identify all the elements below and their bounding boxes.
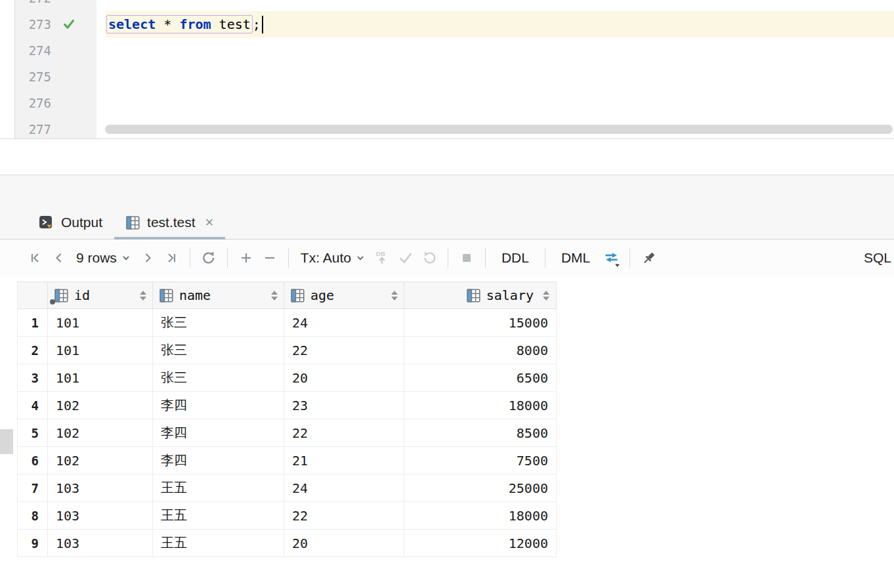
row-number[interactable]: 7 [18, 474, 48, 501]
delete-row-button[interactable] [258, 246, 282, 270]
gutter-line: 273 [15, 11, 96, 37]
dml-button[interactable]: DML [552, 250, 599, 266]
ddl-label: DDL [501, 250, 529, 266]
row-number[interactable]: 2 [18, 337, 48, 364]
column-header-id[interactable]: id [48, 282, 153, 308]
cell-id[interactable]: 101 [48, 309, 153, 336]
table-row[interactable]: 4102李四2318000 [18, 392, 557, 419]
row-number[interactable]: 5 [18, 419, 48, 446]
result-toolwindow: Output test.test× 9 rows [0, 175, 894, 557]
cell-salary[interactable]: 25000 [404, 474, 557, 501]
ddl-button[interactable]: DDL [492, 250, 538, 266]
editor-content[interactable]: select * from test; [97, 0, 894, 138]
table-row[interactable]: 2101张三228000 [18, 337, 557, 364]
horizontal-scrollbar[interactable] [105, 125, 893, 134]
code-token: test [219, 16, 251, 32]
cell-id[interactable]: 103 [48, 502, 153, 529]
splitter-handle[interactable] [0, 429, 13, 454]
sort-toggle-icon[interactable] [391, 291, 398, 301]
column-header-age[interactable]: age [284, 282, 404, 308]
editor-gutter: 272273274275276277 [15, 0, 96, 138]
row-number[interactable]: 4 [18, 392, 48, 419]
table-row[interactable]: 9103王五2012000 [18, 530, 557, 557]
row-number[interactable]: 1 [18, 309, 48, 336]
statement-terminator: ; [253, 16, 261, 32]
cell-name[interactable]: 张三 [153, 309, 284, 336]
previous-page-button[interactable] [47, 246, 71, 270]
cell-salary[interactable]: 7500 [404, 447, 557, 474]
pin-icon[interactable] [637, 246, 660, 270]
column-header-salary[interactable]: salary [404, 282, 557, 308]
editor-active-line: select * from test; [105, 11, 894, 37]
add-row-button[interactable] [234, 246, 258, 270]
gutter-spacer [59, 43, 79, 58]
cell-age[interactable]: 24 [284, 474, 404, 501]
cell-age[interactable]: 22 [284, 337, 404, 364]
row-number[interactable]: 9 [18, 530, 48, 556]
toolbar-separator [288, 248, 289, 268]
cell-age[interactable]: 24 [284, 309, 404, 336]
table-row[interactable]: 6102李四217500 [18, 447, 557, 474]
next-page-button[interactable] [136, 246, 160, 270]
cell-id[interactable]: 102 [48, 419, 153, 446]
gutter-line: 275 [15, 64, 96, 90]
cell-salary[interactable]: 18000 [404, 392, 557, 419]
table-row[interactable]: 5102李四228500 [18, 419, 557, 447]
cell-id[interactable]: 103 [48, 530, 153, 556]
cell-age[interactable]: 22 [284, 502, 404, 529]
row-number[interactable]: 8 [18, 502, 48, 529]
cell-name[interactable]: 李四 [153, 419, 284, 446]
tx-mode-dropdown[interactable]: Tx: Auto [295, 250, 370, 266]
tab-output[interactable]: Output [26, 206, 114, 239]
close-icon[interactable]: × [205, 215, 214, 230]
table-row[interactable]: 7103王五2425000 [18, 474, 557, 502]
refresh-icon[interactable] [197, 246, 221, 270]
cell-age[interactable]: 23 [284, 392, 404, 419]
cell-name[interactable]: 李四 [153, 392, 284, 419]
last-page-button[interactable] [160, 246, 183, 270]
column-header-name[interactable]: name [153, 282, 284, 308]
row-number[interactable]: 6 [18, 447, 48, 474]
rows-count-dropdown[interactable]: 9 rows [71, 250, 136, 266]
sort-toggle-icon[interactable] [140, 291, 146, 301]
cell-age[interactable]: 21 [284, 447, 404, 474]
rollback-icon [417, 246, 441, 270]
tab-test-test[interactable]: test.test× [114, 206, 225, 239]
cell-salary[interactable]: 6500 [404, 364, 557, 391]
sql-dialect-label[interactable]: SQL [864, 250, 891, 266]
cell-name[interactable]: 张三 [153, 364, 284, 391]
cell-name[interactable]: 王五 [153, 502, 284, 529]
cell-name[interactable]: 张三 [153, 337, 284, 364]
cell-salary[interactable]: 18000 [404, 502, 557, 529]
cell-id[interactable]: 102 [48, 392, 153, 419]
cell-salary[interactable]: 8500 [404, 419, 557, 446]
cell-id[interactable]: 101 [48, 364, 153, 391]
editor-toolwindow-gap [0, 139, 894, 175]
gutter-spacer [59, 95, 79, 111]
cell-name[interactable]: 王五 [153, 474, 284, 501]
row-number[interactable]: 3 [18, 364, 48, 391]
compare-icon[interactable] [599, 246, 623, 270]
table-row[interactable]: 1101张三2415000 [18, 309, 557, 337]
cell-age[interactable]: 20 [284, 364, 404, 391]
cell-name[interactable]: 王五 [153, 530, 284, 556]
cell-salary[interactable]: 12000 [404, 530, 557, 556]
cell-age[interactable]: 22 [284, 419, 404, 446]
dml-label: DML [561, 250, 590, 266]
table-row[interactable]: 8103王五2218000 [18, 502, 557, 530]
cell-salary[interactable]: 8000 [404, 337, 557, 364]
sql-editor[interactable]: 272273274275276277 select * from test; [0, 0, 894, 139]
table-row[interactable]: 3101张三206500 [18, 364, 557, 392]
grid-body: 1101张三24150002101张三2280003101张三206500410… [18, 309, 557, 557]
sort-toggle-icon[interactable] [543, 291, 549, 301]
cell-id[interactable]: 101 [48, 337, 153, 364]
first-page-button[interactable] [24, 246, 47, 270]
cell-name[interactable]: 李四 [153, 447, 284, 474]
cell-age[interactable]: 20 [284, 530, 404, 556]
line-number: 273 [15, 17, 51, 32]
cell-id[interactable]: 102 [48, 447, 153, 474]
cell-salary[interactable]: 15000 [404, 309, 557, 336]
code-token: select [108, 16, 156, 32]
sort-toggle-icon[interactable] [271, 291, 278, 301]
cell-id[interactable]: 103 [48, 474, 153, 501]
